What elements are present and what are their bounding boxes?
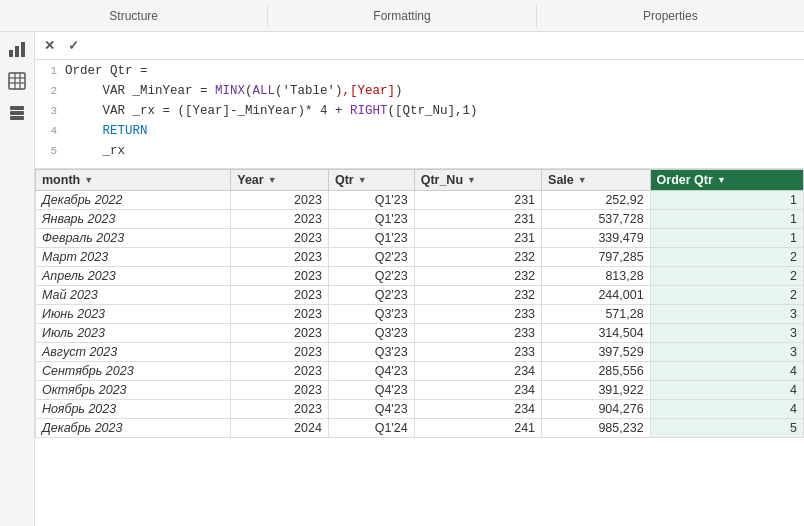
code-line: 3 VAR _rx = ([Year]-_MinYear)* 4 + RIGHT…: [35, 104, 804, 124]
cell-month-8: Август 2023: [36, 343, 231, 362]
col-header-qtr_nu[interactable]: Qtr_Nu▼: [414, 170, 541, 191]
cell-sale-1: 537,728: [542, 210, 651, 229]
cell-sale-9: 285,556: [542, 362, 651, 381]
col-dropdown-icon-qtr_nu[interactable]: ▼: [467, 175, 476, 185]
cell-year-11: 2023: [231, 400, 329, 419]
table-row: Март 20232023Q2'23232797,2852: [36, 248, 804, 267]
cell-qtr_nu-1: 231: [414, 210, 541, 229]
code-editor: 1Order Qtr = 2 VAR _MinYear = MINX(ALL('…: [35, 60, 804, 169]
cell-order_qtr-8: 3: [650, 343, 803, 362]
cell-year-5: 2023: [231, 286, 329, 305]
cell-qtr-10: Q4'23: [328, 381, 414, 400]
svg-rect-9: [10, 111, 24, 115]
table-icon[interactable]: [6, 70, 28, 92]
layers-icon[interactable]: [6, 102, 28, 124]
table-row: Декабрь 20232024Q1'24241985,2325: [36, 419, 804, 438]
table-row: Февраль 20232023Q1'23231339,4791: [36, 229, 804, 248]
cell-qtr_nu-8: 233: [414, 343, 541, 362]
col-dropdown-icon-sale[interactable]: ▼: [578, 175, 587, 185]
col-label-month: month: [42, 173, 80, 187]
cell-qtr_nu-5: 232: [414, 286, 541, 305]
cell-year-8: 2023: [231, 343, 329, 362]
cell-month-1: Январь 2023: [36, 210, 231, 229]
structure-tab[interactable]: Structure: [0, 5, 268, 27]
svg-rect-2: [21, 42, 25, 57]
cell-month-4: Апрель 2023: [36, 267, 231, 286]
col-header-sale[interactable]: Sale▼: [542, 170, 651, 191]
table-row: Октябрь 20232023Q4'23234391,9224: [36, 381, 804, 400]
cell-order_qtr-6: 3: [650, 305, 803, 324]
table-row: Август 20232023Q3'23233397,5293: [36, 343, 804, 362]
col-dropdown-icon-month[interactable]: ▼: [84, 175, 93, 185]
svg-rect-8: [10, 106, 24, 110]
cell-qtr_nu-9: 234: [414, 362, 541, 381]
table-row: Сентябрь 20232023Q4'23234285,5564: [36, 362, 804, 381]
col-header-order_qtr[interactable]: Order Qtr▼: [650, 170, 803, 191]
code-line: 1Order Qtr =: [35, 64, 804, 84]
cell-month-12: Декабрь 2023: [36, 419, 231, 438]
cell-month-2: Февраль 2023: [36, 229, 231, 248]
col-header-qtr[interactable]: Qtr▼: [328, 170, 414, 191]
table-row: Июнь 20232023Q3'23233571,283: [36, 305, 804, 324]
table-row: Май 20232023Q2'23232244,0012: [36, 286, 804, 305]
svg-rect-1: [15, 46, 19, 57]
table-row: Январь 20232023Q1'23231537,7281: [36, 210, 804, 229]
col-label-sale: Sale: [548, 173, 574, 187]
top-bar: Structure Formatting Properties: [0, 0, 804, 32]
col-header-year[interactable]: Year▼: [231, 170, 329, 191]
cell-qtr-11: Q4'23: [328, 400, 414, 419]
cell-sale-6: 571,28: [542, 305, 651, 324]
cell-qtr_nu-2: 231: [414, 229, 541, 248]
cell-qtr-8: Q3'23: [328, 343, 414, 362]
cell-qtr-3: Q2'23: [328, 248, 414, 267]
cell-year-4: 2023: [231, 267, 329, 286]
cell-qtr_nu-6: 233: [414, 305, 541, 324]
cell-order_qtr-3: 2: [650, 248, 803, 267]
code-line: 4 RETURN: [35, 124, 804, 144]
confirm-button[interactable]: ✓: [63, 36, 83, 56]
svg-rect-0: [9, 50, 13, 57]
cell-month-7: Июль 2023: [36, 324, 231, 343]
cell-order_qtr-0: 1: [650, 191, 803, 210]
col-dropdown-icon-year[interactable]: ▼: [268, 175, 277, 185]
col-dropdown-icon-order_qtr[interactable]: ▼: [717, 175, 726, 185]
cell-qtr_nu-4: 232: [414, 267, 541, 286]
code-line: 5 _rx: [35, 144, 804, 164]
col-label-qtr: Qtr: [335, 173, 354, 187]
cell-sale-8: 397,529: [542, 343, 651, 362]
cell-month-3: Март 2023: [36, 248, 231, 267]
cell-order_qtr-2: 1: [650, 229, 803, 248]
cell-sale-4: 813,28: [542, 267, 651, 286]
cell-qtr_nu-11: 234: [414, 400, 541, 419]
col-dropdown-icon-qtr[interactable]: ▼: [358, 175, 367, 185]
cell-year-1: 2023: [231, 210, 329, 229]
cell-year-7: 2023: [231, 324, 329, 343]
cell-qtr_nu-3: 232: [414, 248, 541, 267]
cell-qtr_nu-7: 233: [414, 324, 541, 343]
cell-sale-12: 985,232: [542, 419, 651, 438]
cell-year-3: 2023: [231, 248, 329, 267]
chart-bar-icon[interactable]: [6, 38, 28, 60]
cell-qtr-7: Q3'23: [328, 324, 414, 343]
properties-tab[interactable]: Properties: [537, 5, 804, 27]
data-table-container: month▼Year▼Qtr▼Qtr_Nu▼Sale▼Order Qtr▼ Де…: [35, 169, 804, 526]
cell-qtr-9: Q4'23: [328, 362, 414, 381]
cell-order_qtr-9: 4: [650, 362, 803, 381]
cell-month-5: Май 2023: [36, 286, 231, 305]
cell-month-9: Сентябрь 2023: [36, 362, 231, 381]
cell-year-10: 2023: [231, 381, 329, 400]
cell-sale-2: 339,479: [542, 229, 651, 248]
formula-bar: ✕ ✓: [35, 32, 804, 60]
cell-year-2: 2023: [231, 229, 329, 248]
cell-qtr-12: Q1'24: [328, 419, 414, 438]
cell-sale-5: 244,001: [542, 286, 651, 305]
table-row: Ноябрь 20232023Q4'23234904,2764: [36, 400, 804, 419]
cell-month-0: Декабрь 2022: [36, 191, 231, 210]
cell-qtr_nu-10: 234: [414, 381, 541, 400]
cell-qtr-0: Q1'23: [328, 191, 414, 210]
cell-order_qtr-12: 5: [650, 419, 803, 438]
col-header-month[interactable]: month▼: [36, 170, 231, 191]
cell-qtr-2: Q1'23: [328, 229, 414, 248]
formatting-tab[interactable]: Formatting: [268, 5, 536, 27]
cancel-button[interactable]: ✕: [39, 36, 59, 56]
